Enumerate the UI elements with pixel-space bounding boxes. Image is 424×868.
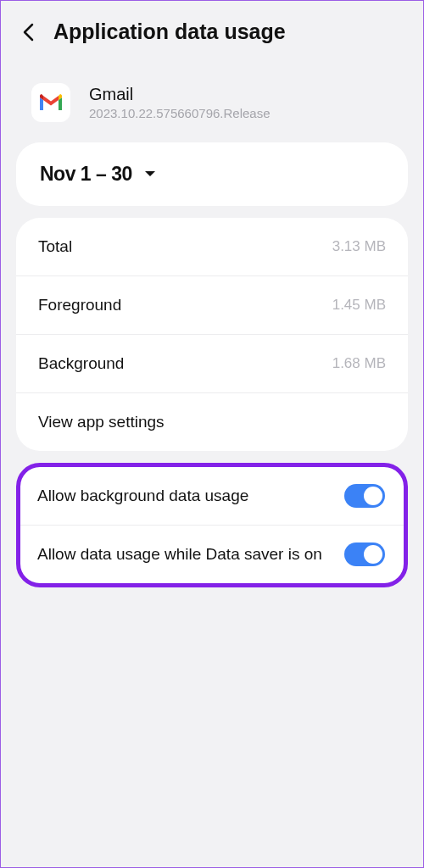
chevron-down-icon: [144, 170, 156, 179]
back-button[interactable]: [16, 20, 40, 44]
data-saver-switch[interactable]: [344, 542, 385, 566]
background-data-switch[interactable]: [344, 484, 385, 508]
gmail-icon: [31, 83, 70, 122]
stat-value: 1.68 MB: [332, 355, 386, 372]
page-title: Application data usage: [53, 19, 286, 44]
toggle-row-background-data: Allow background data usage: [20, 467, 404, 525]
chevron-left-icon: [22, 23, 34, 42]
stat-label: Foreground: [38, 296, 121, 314]
stat-value: 1.45 MB: [332, 297, 386, 314]
stat-row-foreground: Foreground 1.45 MB: [16, 276, 408, 335]
stat-label: Total: [38, 237, 72, 256]
toggle-row-data-saver: Allow data usage while Data saver is on: [20, 525, 404, 583]
usage-stats-card: Total 3.13 MB Foreground 1.45 MB Backgro…: [16, 218, 408, 451]
app-info: Gmail 2023.10.22.575660796.Release: [1, 59, 423, 137]
stat-row-background: Background 1.68 MB: [16, 335, 408, 393]
link-label: View app settings: [38, 413, 165, 431]
stat-value: 3.13 MB: [332, 238, 386, 255]
app-name: Gmail: [89, 85, 271, 104]
stat-row-total: Total 3.13 MB: [16, 218, 408, 276]
toggle-card: Allow background data usage Allow data u…: [16, 463, 408, 587]
date-range-label: Nov 1 – 30: [40, 163, 132, 186]
app-version: 2023.10.22.575660796.Release: [89, 106, 271, 120]
toggle-label: Allow background data usage: [37, 485, 331, 508]
view-app-settings-link[interactable]: View app settings: [16, 393, 408, 451]
stat-label: Background: [38, 354, 124, 373]
date-range-selector[interactable]: Nov 1 – 30: [16, 142, 408, 206]
toggle-label: Allow data usage while Data saver is on: [37, 543, 331, 566]
